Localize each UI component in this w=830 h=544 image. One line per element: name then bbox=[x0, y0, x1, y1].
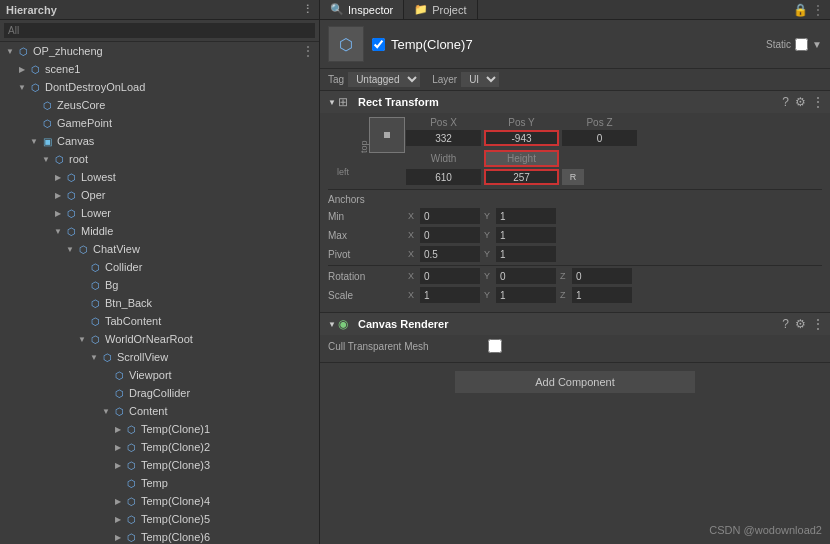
tree-item-scrollview[interactable]: ⬡ ScrollView bbox=[0, 348, 319, 366]
tree-item-op-zhucheng[interactable]: ⬡ OP_zhucheng ⋮ bbox=[0, 42, 319, 60]
tree-item-clone1[interactable]: ⬡ Temp(Clone)1 bbox=[0, 420, 319, 438]
settings-icon[interactable]: ⚙ bbox=[795, 95, 806, 109]
label-clone2: Temp(Clone)2 bbox=[141, 441, 210, 453]
r-button[interactable]: R bbox=[562, 169, 584, 185]
rotation-z[interactable] bbox=[572, 268, 632, 284]
anchor-diagram[interactable] bbox=[369, 117, 405, 153]
anchor-max-x[interactable] bbox=[420, 227, 480, 243]
icon-dragcollider: ⬡ bbox=[112, 386, 126, 400]
help-icon[interactable]: ? bbox=[782, 95, 789, 109]
inspector-menu-icon[interactable]: ⋮ bbox=[812, 3, 824, 17]
static-checkbox[interactable] bbox=[795, 38, 808, 51]
label-clone3: Temp(Clone)3 bbox=[141, 459, 210, 471]
arrow-clone4 bbox=[112, 495, 124, 507]
tree-item-dontdestroy[interactable]: ⬡ DontDestroyOnLoad bbox=[0, 78, 319, 96]
tree-item-root[interactable]: ⬡ root bbox=[0, 150, 319, 168]
pos-x-input[interactable] bbox=[406, 130, 481, 146]
static-label: Static bbox=[766, 39, 791, 50]
more-icon[interactable]: ⋮ bbox=[812, 95, 824, 109]
cull-checkbox[interactable] bbox=[488, 339, 502, 353]
tree-item-chatview[interactable]: ⬡ ChatView bbox=[0, 240, 319, 258]
tree-item-lowest[interactable]: ⬡ Lowest bbox=[0, 168, 319, 186]
arrow-content bbox=[100, 405, 112, 417]
rect-transform-header[interactable]: ⊞ Rect Transform ? ⚙ ⋮ bbox=[320, 91, 830, 113]
anchors-title: Anchors bbox=[328, 194, 408, 205]
arrow-clone6 bbox=[112, 531, 124, 543]
tree-item-content[interactable]: ⬡ Content bbox=[0, 402, 319, 420]
tree-item-clone5[interactable]: ⬡ Temp(Clone)5 bbox=[0, 510, 319, 528]
tree-item-clone3[interactable]: ⬡ Temp(Clone)3 bbox=[0, 456, 319, 474]
layer-select[interactable]: UI bbox=[461, 72, 499, 87]
pivot-x[interactable] bbox=[420, 246, 480, 262]
icon-dontdestroy: ⬡ bbox=[28, 80, 42, 94]
tree-item-btn-back[interactable]: ⬡ Btn_Back bbox=[0, 294, 319, 312]
icon-tabcontent: ⬡ bbox=[88, 314, 102, 328]
tab-project[interactable]: 📁 Project bbox=[404, 0, 477, 19]
icon-scene1: ⬡ bbox=[28, 62, 42, 76]
rot-z-axis: Z bbox=[560, 271, 570, 281]
icon-scrollview: ⬡ bbox=[100, 350, 114, 364]
tree-item-gamepoint[interactable]: ⬡ GamePoint bbox=[0, 114, 319, 132]
add-component-button[interactable]: Add Component bbox=[455, 371, 695, 393]
dots-op-zhucheng[interactable]: ⋮ bbox=[301, 43, 319, 59]
canvas-more-icon[interactable]: ⋮ bbox=[812, 317, 824, 331]
label-temp: Temp bbox=[141, 477, 168, 489]
hierarchy-panel: Hierarchy ⋮ ⬡ OP_zhucheng ⋮ ⬡ scene1 bbox=[0, 0, 320, 544]
pos-y-input[interactable] bbox=[484, 130, 559, 146]
icon-clone2: ⬡ bbox=[124, 440, 138, 454]
icon-lowest: ⬡ bbox=[64, 170, 78, 184]
canvas-renderer-header[interactable]: ◉ Canvas Renderer ? ⚙ ⋮ bbox=[320, 313, 830, 335]
tree-item-collider[interactable]: ⬡ Collider bbox=[0, 258, 319, 276]
tree-item-clone6[interactable]: ⬡ Temp(Clone)6 bbox=[0, 528, 319, 544]
lock-icon[interactable]: 🔒 bbox=[793, 3, 808, 17]
icon-clone4: ⬡ bbox=[124, 494, 138, 508]
static-dropdown-icon[interactable]: ▼ bbox=[812, 39, 822, 50]
tree-item-scene1[interactable]: ⬡ scene1 bbox=[0, 60, 319, 78]
tree-item-oper[interactable]: ⬡ Oper bbox=[0, 186, 319, 204]
rotation-y[interactable] bbox=[496, 268, 556, 284]
label-canvas: Canvas bbox=[57, 135, 94, 147]
canvas-settings-icon[interactable]: ⚙ bbox=[795, 317, 806, 331]
pos-z-label: Pos Z bbox=[562, 117, 637, 128]
min-y-axis: Y bbox=[484, 211, 494, 221]
pivot-y[interactable] bbox=[496, 246, 556, 262]
tree-item-middle[interactable]: ⬡ Middle bbox=[0, 222, 319, 240]
arrow-scrollview bbox=[88, 351, 100, 363]
scale-x[interactable] bbox=[420, 287, 480, 303]
tree-item-zeus[interactable]: ⬡ ZeusCore bbox=[0, 96, 319, 114]
tree-item-clone4[interactable]: ⬡ Temp(Clone)4 bbox=[0, 492, 319, 510]
label-btn-back: Btn_Back bbox=[105, 297, 152, 309]
tree-item-dragcollider[interactable]: ⬡ DragCollider bbox=[0, 384, 319, 402]
tree-item-tabcontent[interactable]: ⬡ TabContent bbox=[0, 312, 319, 330]
tree-item-bg[interactable]: ⬡ Bg bbox=[0, 276, 319, 294]
tab-inspector[interactable]: 🔍 Inspector bbox=[320, 0, 404, 19]
pivot-y-axis: Y bbox=[484, 249, 494, 259]
tag-select[interactable]: Untagged bbox=[348, 72, 420, 87]
height-input[interactable] bbox=[484, 169, 559, 185]
arrow-clone5 bbox=[112, 513, 124, 525]
tree-item-canvas[interactable]: ▣ Canvas bbox=[0, 132, 319, 150]
scale-y[interactable] bbox=[496, 287, 556, 303]
tree-item-viewport[interactable]: ⬡ Viewport bbox=[0, 366, 319, 384]
tree-item-clone2[interactable]: ⬡ Temp(Clone)2 bbox=[0, 438, 319, 456]
tree-item-worldornear[interactable]: ⬡ WorldOrNearRoot bbox=[0, 330, 319, 348]
label-collider: Collider bbox=[105, 261, 142, 273]
icon-clone1: ⬡ bbox=[124, 422, 138, 436]
tree-item-lower[interactable]: ⬡ Lower bbox=[0, 204, 319, 222]
rect-transform-arrow bbox=[326, 96, 338, 108]
hierarchy-search-input[interactable] bbox=[4, 23, 315, 38]
scale-z[interactable] bbox=[572, 287, 632, 303]
icon-collider: ⬡ bbox=[88, 260, 102, 274]
anchor-max-y[interactable] bbox=[496, 227, 556, 243]
tree-item-temp[interactable]: ⬡ Temp bbox=[0, 474, 319, 492]
width-input[interactable] bbox=[406, 169, 481, 185]
anchor-min-y[interactable] bbox=[496, 208, 556, 224]
max-x-axis: X bbox=[408, 230, 418, 240]
label-lowest: Lowest bbox=[81, 171, 116, 183]
object-active-checkbox[interactable] bbox=[372, 38, 385, 51]
pos-z-input[interactable] bbox=[562, 130, 637, 146]
hierarchy-menu-button[interactable]: ⋮ bbox=[302, 3, 313, 16]
anchor-min-x[interactable] bbox=[420, 208, 480, 224]
rotation-x[interactable] bbox=[420, 268, 480, 284]
canvas-help-icon[interactable]: ? bbox=[782, 317, 789, 331]
